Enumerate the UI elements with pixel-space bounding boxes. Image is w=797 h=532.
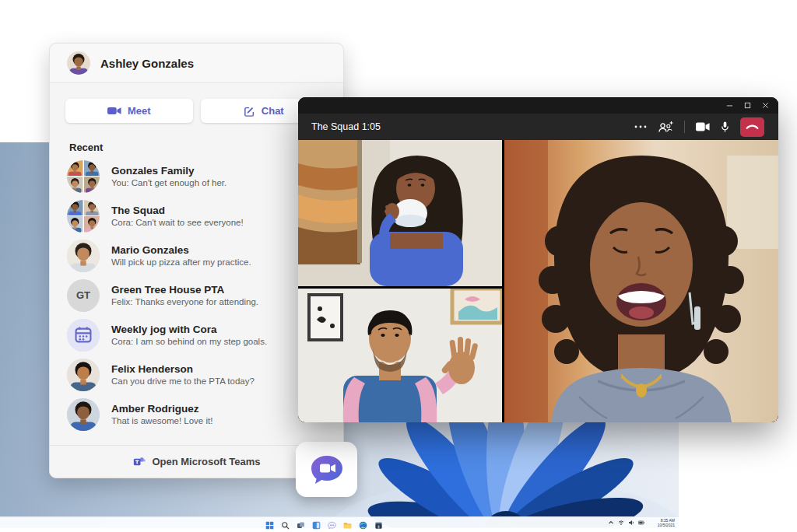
group-avatar-cell xyxy=(67,160,83,177)
user-name: Ashley Gonzales xyxy=(100,57,194,70)
meet-button[interactable]: Meet xyxy=(65,99,193,123)
taskbar-icon-widgets[interactable] xyxy=(312,519,321,527)
more-icon[interactable] xyxy=(634,125,647,128)
group-avatar-cell xyxy=(84,160,100,177)
taskbar-icon-file-explorer[interactable] xyxy=(343,519,352,527)
meet-button-label: Meet xyxy=(128,105,151,117)
taskbar-icon-edge[interactable] xyxy=(359,519,367,527)
photo-avatar xyxy=(67,240,100,272)
group-avatar-cell xyxy=(84,200,100,216)
participant-video-woman-laughing[interactable] xyxy=(504,140,778,422)
hang-up-icon xyxy=(746,124,759,130)
conversation-text: Amber RodriguezThat is awesome! Love it! xyxy=(111,403,212,425)
windows11-bloom-wallpaper xyxy=(311,408,679,527)
conversation-last-message: You: Can't get enough of her. xyxy=(111,178,226,187)
conversation-title: The Squad xyxy=(111,205,244,216)
video-grid xyxy=(298,140,778,422)
wifi-icon[interactable] xyxy=(618,520,624,526)
maximize-icon[interactable] xyxy=(744,102,751,109)
clock-date: 10/5/2021 xyxy=(658,523,675,527)
call-control-bar: The Squad 1:05 xyxy=(298,114,778,140)
group-avatar-cell xyxy=(84,177,100,193)
taskbar-icon-store[interactable] xyxy=(374,519,383,527)
teams-logo-icon xyxy=(132,456,146,468)
photo-avatar xyxy=(67,398,100,431)
minimize-icon[interactable] xyxy=(726,102,733,109)
group-avatar-cell xyxy=(67,177,83,193)
call-controls xyxy=(634,117,764,137)
group-avatar-cell xyxy=(67,200,83,216)
system-tray[interactable] xyxy=(608,520,644,526)
conversation-text: Weekly jog with CoraCora: I am so behind… xyxy=(111,324,267,346)
initials-avatar: GT xyxy=(67,279,100,312)
video-chat-bubble-icon xyxy=(307,451,347,488)
teams-call-window: The Squad 1:05 xyxy=(298,97,778,422)
conversation-text: Mario GonzalesWill pick up pizza after m… xyxy=(111,244,251,267)
conversation-last-message: Can you drive me to the PTA today? xyxy=(111,376,255,386)
conversation-text: Felix HendersonCan you drive me to the P… xyxy=(111,363,255,386)
marketing-canvas: 8:35 AM 10/5/2021 Ashley Gonzales Meet xyxy=(0,0,797,532)
window-titlebar xyxy=(298,97,778,114)
group-avatar xyxy=(67,160,100,193)
conversation-title: Green Tree House PTA xyxy=(111,284,258,296)
conversation-title: Felix Henderson xyxy=(111,363,255,375)
taskbar-icon-search[interactable] xyxy=(281,519,290,527)
controls-divider xyxy=(684,121,685,133)
taskbar-icon-start[interactable] xyxy=(265,519,274,527)
battery-icon[interactable] xyxy=(638,520,644,526)
camera-icon[interactable] xyxy=(696,122,710,131)
group-avatar-cell xyxy=(67,216,83,233)
conversation-title: Gonzales Family xyxy=(111,165,226,177)
taskbar-icon-chat[interactable] xyxy=(328,519,336,527)
conversation-last-message: Cora: I am so behind on my step goals. xyxy=(111,337,267,346)
conversation-title: Weekly jog with Cora xyxy=(111,324,267,335)
close-icon[interactable] xyxy=(762,102,769,109)
microphone-icon[interactable] xyxy=(721,121,729,133)
camera-icon xyxy=(107,106,121,116)
user-avatar[interactable] xyxy=(67,51,90,75)
calendar-avatar-icon xyxy=(67,319,100,352)
add-participant-icon[interactable] xyxy=(658,121,673,133)
taskbar-icon-task-view[interactable] xyxy=(297,519,305,527)
open-teams-label: Open Microsoft Teams xyxy=(152,456,260,467)
conversation-text: The SquadCora: Can't wait to see everyon… xyxy=(111,205,244,227)
conversation-last-message: That is awesome! Love it! xyxy=(111,416,212,425)
conversation-title: Mario Gonzales xyxy=(111,244,251,256)
conversation-last-message: Felix: Thanks everyone for attending. xyxy=(111,297,258,306)
volume-icon[interactable] xyxy=(628,520,634,526)
taskbar-pinned-icons xyxy=(265,519,383,527)
conversation-last-message: Cora: Can't wait to see everyone! xyxy=(111,218,244,227)
participant-video-man-waving[interactable] xyxy=(298,289,502,422)
conversation-text: Green Tree House PTAFelix: Thanks everyo… xyxy=(111,284,258,306)
photo-avatar xyxy=(67,359,100,391)
hang-up-button[interactable] xyxy=(740,117,764,137)
participant-video-woman-with-mug[interactable] xyxy=(298,140,502,286)
call-title: The Squad 1:05 xyxy=(311,121,381,132)
conversation-text: Gonzales FamilyYou: Can't get enough of … xyxy=(111,165,226,187)
taskbar: 8:35 AM 10/5/2021 xyxy=(0,516,679,528)
conversation-title: Amber Rodriguez xyxy=(111,403,212,415)
group-avatar-cell xyxy=(84,216,100,233)
chat-button-label: Chat xyxy=(262,105,284,117)
conversation-last-message: Will pick up pizza after my practice. xyxy=(111,257,251,267)
chevron-up-icon[interactable] xyxy=(608,520,614,526)
taskbar-clock[interactable]: 8:35 AM 10/5/2021 xyxy=(658,518,675,527)
compose-icon xyxy=(244,106,255,117)
group-avatar xyxy=(67,200,100,233)
chat-flyout-header: Ashley Gonzales xyxy=(50,44,343,83)
chat-fab[interactable] xyxy=(296,442,357,497)
